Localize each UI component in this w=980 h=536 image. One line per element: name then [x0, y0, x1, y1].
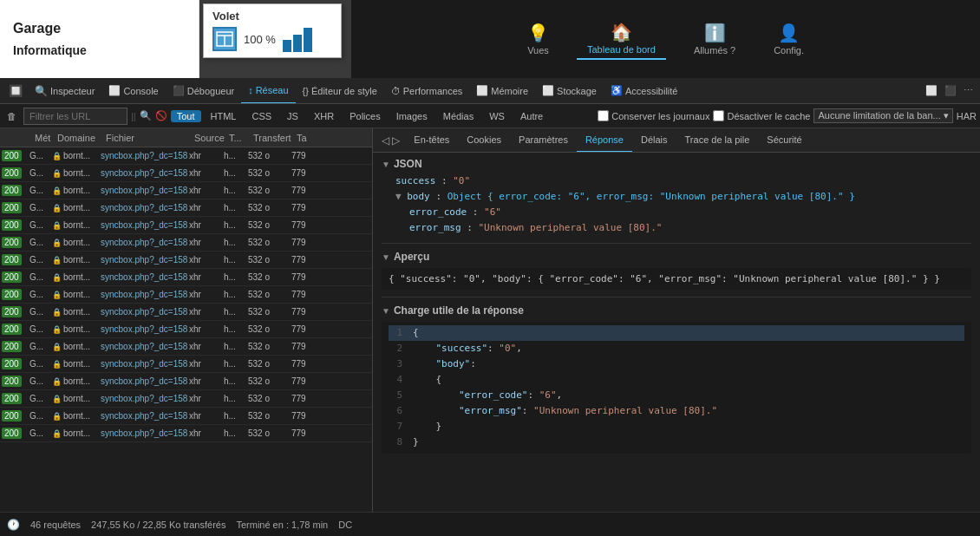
split-btn[interactable]: ⬛ — [941, 83, 960, 98]
table-row[interactable]: 200 G... 🔒 bornt... syncbox.php?_dc=1587… — [0, 373, 372, 390]
apercu-text: { "success": "0", "body": { "error_code"… — [382, 268, 971, 290]
charge-collapse-arrow[interactable]: ▼ — [382, 306, 390, 316]
dc-info: DC — [338, 520, 352, 530]
nav-item-allumes[interactable]: ℹ️ Allumés ? — [683, 19, 746, 59]
col-source-header[interactable]: Source — [193, 133, 227, 143]
filter-type-medias[interactable]: Médias — [437, 110, 480, 122]
editeur-btn[interactable]: {} Éditeur de style — [296, 84, 384, 98]
table-row[interactable]: 200 G... 🔒 bornt... syncbox.php?_dc=1587… — [0, 182, 372, 199]
reseau-btn[interactable]: ↕️ Réseau — [241, 78, 295, 104]
config-label: Config. — [774, 45, 804, 56]
apercu-section: ▼ Aperçu { "success": "0", "body": { "er… — [382, 243, 971, 290]
table-row[interactable]: 200 G... 🔒 bornt... syncbox.php?_dc=1587… — [0, 408, 372, 425]
informatique-label: Informatique — [13, 43, 186, 57]
table-row[interactable]: 200 G... 🔒 bornt... syncbox.php?_dc=1587… — [0, 234, 372, 252]
limitation-select[interactable]: Aucune limitation de la ban... ▾ — [813, 108, 952, 123]
col-method-header[interactable]: Mét — [33, 133, 56, 143]
clear-icon[interactable]: 🚫 — [155, 110, 167, 121]
request-rows: 200 G... 🔒 bornt... syncbox.php?_dc=1587… — [0, 147, 372, 512]
panel-toggle-btn[interactable]: ⬜ — [922, 83, 941, 98]
code-line-2: 2 "success": "0", — [389, 341, 964, 356]
tab-trace[interactable]: Trace de la pile — [676, 128, 759, 153]
col-type-header[interactable]: T... — [227, 133, 252, 143]
size-info: 247,55 Ko / 22,85 Ko transférés — [91, 520, 225, 530]
apercu-header[interactable]: ▼ Aperçu — [382, 251, 971, 263]
table-row[interactable]: 200 G... 🔒 bornt... syncbox.php?_dc=1587… — [0, 338, 372, 356]
code-line-1: 1 { — [389, 325, 964, 341]
col-ta-header[interactable]: Ta — [295, 133, 330, 143]
tab-securite[interactable]: Sécurité — [758, 128, 810, 153]
success-value: "0" — [453, 175, 470, 186]
table-row[interactable]: 200 G... 🔒 bornt... syncbox.php?_dc=1587… — [0, 252, 372, 269]
code-line-5: 5 "error_code": "6", — [389, 388, 964, 403]
filter-type-polices[interactable]: Polices — [343, 110, 386, 122]
table-row[interactable]: 200 G... 🔒 bornt... syncbox.php?_dc=1587… — [0, 147, 372, 165]
accessibilite-btn[interactable]: ♿ Accessibilité — [604, 83, 685, 98]
tab-en-tetes[interactable]: En-têtes — [405, 128, 458, 153]
filter-type-html[interactable]: HTML — [205, 110, 243, 122]
table-row[interactable]: 200 G... 🔒 bornt... syncbox.php?_dc=1587… — [0, 269, 372, 286]
bulb-icon: 💡 — [527, 23, 549, 43]
table-row[interactable]: 200 G... 🔒 bornt... syncbox.php?_dc=1587… — [0, 304, 372, 321]
filter-type-js[interactable]: JS — [281, 110, 304, 122]
volet-title: Volet — [212, 10, 332, 23]
desactiver-checkbox[interactable]: Désactiver le cache — [713, 110, 810, 121]
code-line-7: 7 } — [389, 419, 964, 435]
vues-label: Vues — [527, 45, 549, 56]
status-bar: 🕐 46 requêtes 247,55 Ko / 22,85 Ko trans… — [0, 512, 980, 536]
performances-btn[interactable]: ⏱ Performances — [384, 84, 469, 98]
app-sidebar: Garage Informatique — [0, 0, 199, 78]
table-row[interactable]: 200 G... 🔒 bornt... syncbox.php?_dc=1587… — [0, 165, 372, 182]
filter-bar: 🗑 || 🔍 🚫 Tout HTML CSS JS XHR Polices Im… — [0, 104, 980, 128]
info-icon: ℹ️ — [704, 23, 726, 43]
code-line-4: 4 { — [389, 372, 964, 388]
inspecteur-btn[interactable]: 🔍 Inspecteur — [28, 83, 101, 99]
table-row[interactable]: 200 G... 🔒 bornt... syncbox.php?_dc=1587… — [0, 425, 372, 442]
filter-type-css[interactable]: CSS — [245, 110, 278, 122]
main-content: Mét Domaine Fichier Source T... Transfer… — [0, 128, 980, 512]
more-btn[interactable]: ⋯ — [960, 83, 977, 98]
tab-cookies[interactable]: Cookies — [458, 128, 510, 153]
table-row[interactable]: 200 G... 🔒 bornt... syncbox.php?_dc=1587… — [0, 390, 372, 408]
nav-item-tableau[interactable]: 🏠 Tableau de bord — [577, 18, 666, 60]
table-row[interactable]: 200 G... 🔒 bornt... syncbox.php?_dc=1587… — [0, 217, 372, 234]
volet-popup: Volet 100 % — [203, 3, 342, 58]
body-expand-arrow[interactable]: ▼ — [395, 191, 402, 202]
col-transfer-header[interactable]: Transfert — [252, 133, 295, 143]
debogueur-btn[interactable]: ⬛ Débogueur — [166, 83, 241, 98]
col-file-header[interactable]: Fichier — [104, 133, 193, 143]
raw-toggle[interactable]: ◁ ▷ — [376, 133, 405, 148]
filter-type-xhr[interactable]: XHR — [308, 110, 340, 122]
apercu-collapse-arrow[interactable]: ▼ — [382, 252, 390, 262]
charge-section: ▼ Charge utile de la réponse 1 { 2 "succ… — [382, 297, 971, 454]
error-msg-key: error_msg — [409, 222, 461, 233]
table-row[interactable]: 200 G... 🔒 bornt... syncbox.php?_dc=1587… — [0, 199, 372, 217]
tab-reponse[interactable]: Réponse — [577, 128, 632, 153]
json-tree: success : "0" ▼ body : Object { error_co… — [395, 173, 971, 236]
nav-item-config[interactable]: 👤 Config. — [763, 19, 814, 59]
delete-btn[interactable]: 🗑 — [3, 111, 20, 121]
inspect-toggle[interactable]: 🔲 — [3, 82, 28, 99]
table-row[interactable]: 200 G... 🔒 bornt... syncbox.php?_dc=1587… — [0, 356, 372, 373]
filter-type-tout[interactable]: Tout — [171, 110, 201, 122]
json-section-header[interactable]: ▼ JSON — [382, 158, 971, 170]
tab-parametres[interactable]: Paramètres — [510, 128, 577, 153]
tab-delais[interactable]: Délais — [632, 128, 676, 153]
col-domain-header[interactable]: Domaine — [56, 133, 104, 143]
requests-count: 46 requêtes — [30, 520, 81, 530]
filter-type-autre[interactable]: Autre — [514, 110, 549, 122]
conserver-checkbox[interactable]: Conserver les journaux — [598, 110, 709, 121]
charge-header[interactable]: ▼ Charge utile de la réponse — [382, 304, 971, 317]
nav-item-vues[interactable]: 💡 Vues — [517, 19, 559, 59]
filter-input[interactable] — [23, 108, 127, 125]
apercu-title: Aperçu — [394, 251, 429, 263]
console-btn[interactable]: ⬜ Console — [101, 83, 165, 98]
table-row[interactable]: 200 G... 🔒 bornt... syncbox.php?_dc=1587… — [0, 286, 372, 304]
filter-type-images[interactable]: Images — [390, 110, 434, 122]
search-icon[interactable]: 🔍 — [140, 110, 152, 121]
stockage-btn[interactable]: ⬜ Stockage — [535, 83, 604, 98]
table-row[interactable]: 200 G... 🔒 bornt... syncbox.php?_dc=1587… — [0, 321, 372, 338]
filter-type-ws[interactable]: WS — [483, 110, 511, 122]
memoire-btn[interactable]: ⬜ Mémoire — [469, 83, 535, 98]
json-collapse-arrow[interactable]: ▼ — [382, 160, 390, 169]
